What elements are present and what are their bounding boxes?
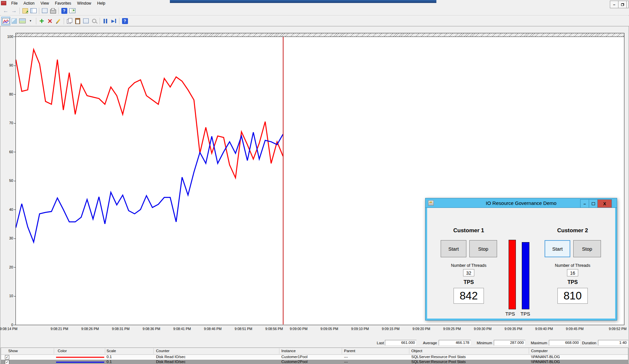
cell-counter: Disk Read IO/sec (156, 355, 185, 359)
show-checkbox[interactable]: ✓ (5, 355, 9, 359)
view-chart-icon[interactable] (2, 17, 10, 25)
cell-scale: 0.1 (107, 360, 112, 364)
print-icon[interactable] (49, 7, 57, 15)
menu-favorites[interactable]: Favorites (52, 0, 74, 6)
export-list-icon[interactable] (21, 7, 29, 15)
stat-value-last: 661.000 (385, 340, 417, 346)
demo-app-window[interactable]: IO Resource Governance Demo – X Customer… (425, 198, 617, 321)
x-tick-label: 9:08:51 PM (231, 327, 256, 331)
cell-instance: Customer2Pool (281, 360, 307, 364)
legend-col-parent[interactable]: Parent (344, 349, 355, 353)
y-tick-label: 50 (1, 179, 13, 182)
help-icon[interactable]: ? (121, 17, 129, 25)
tps-bar-customer2 (522, 242, 529, 309)
x-tick-label: 9:08:31 PM (109, 327, 133, 331)
menu-view[interactable]: View (38, 0, 52, 6)
threads-input-customer2[interactable]: 16 (567, 269, 578, 276)
y-tick-mark (14, 210, 16, 210)
cell-parent: --- (344, 355, 348, 359)
demo-minimize-icon[interactable]: – (581, 200, 589, 208)
stat-value-maximum: 668.000 (549, 340, 581, 346)
x-tick-label: 9:09:20 PM (409, 327, 433, 331)
freeze-display-icon[interactable] (101, 17, 110, 25)
menu-action[interactable]: Action (20, 0, 37, 6)
legend-col-instance[interactable]: Instance (281, 349, 296, 353)
legend-col-computer[interactable]: Computer (531, 349, 548, 353)
close-icon[interactable] (627, 1, 628, 8)
help-icon[interactable]: ? (60, 7, 68, 15)
x-tick-label: 9:08:21 PM (47, 327, 72, 331)
paste-counter-list-icon[interactable] (74, 17, 82, 25)
window-controls: – (610, 1, 629, 8)
cell-instance: Customer1Pool (281, 355, 307, 359)
back-icon[interactable]: ← (2, 7, 10, 15)
customer-panel-2: Customer 2StartStopNumber of Threads16TP… (536, 208, 609, 319)
menu-window[interactable]: Window (74, 0, 94, 6)
legend-col-color[interactable]: Color (58, 349, 67, 353)
menu-items: FileActionViewFavoritesWindowHelp (8, 0, 108, 6)
view-histogram-icon[interactable] (10, 17, 18, 25)
cell-computer: \\PANANT-BLOG (531, 360, 560, 364)
delete-counter-icon[interactable]: × (46, 17, 54, 25)
color-swatch (56, 362, 104, 363)
column-separator (342, 348, 342, 354)
x-tick-label: 9:08:56 PM (262, 327, 286, 331)
properties-dialog-icon[interactable] (82, 17, 90, 25)
perfmon-window: FileActionViewFavoritesWindowHelp – ←→? … (0, 0, 629, 364)
column-separator (279, 348, 279, 354)
toolbar-separator (119, 18, 119, 24)
legend-col-show[interactable]: Show (8, 349, 18, 353)
tps-label: TPS (432, 279, 505, 285)
start-button-customer1[interactable]: Start (441, 240, 466, 257)
update-data-icon[interactable]: ▶ (110, 17, 118, 25)
add-counter-icon[interactable]: + (38, 17, 46, 25)
highlight-icon[interactable] (54, 17, 62, 25)
legend-col-counter[interactable]: Counter (156, 349, 170, 353)
y-tick-label: 80 (1, 92, 13, 96)
bar-label-tps2: TPS (520, 311, 530, 317)
legend-row-Customer2Pool[interactable]: ✓0.1Disk Read IO/secCustomer2Pool---SQLS… (1, 360, 628, 364)
action-pane-icon[interactable] (68, 7, 77, 15)
legend-col-scale[interactable]: Scale (107, 349, 116, 353)
toolbar-separator (100, 18, 100, 24)
threads-input-customer1[interactable]: 32 (463, 269, 474, 276)
perfmon-app-icon (1, 1, 6, 5)
legend-col-object[interactable]: Object (411, 349, 422, 353)
view-report-icon[interactable] (18, 17, 26, 25)
copy-properties-icon[interactable] (65, 17, 74, 25)
console-tree-icon[interactable] (29, 7, 38, 15)
properties-dialog-icon[interactable] (41, 7, 49, 15)
x-tick-label: 9:09:35 PM (501, 327, 525, 331)
x-tick-label: 9:09:05 PM (317, 327, 341, 331)
show-checkbox[interactable]: ✓ (5, 360, 9, 364)
y-tick-label: 70 (1, 121, 13, 125)
y-tick-label: 100 (1, 35, 13, 39)
start-button-customer2[interactable]: Start (545, 240, 570, 257)
demo-maximize-icon[interactable] (589, 200, 598, 208)
x-tick-label: 9:09:00 PM (286, 327, 311, 331)
dropdown-caret-icon[interactable]: ▼ (26, 17, 35, 25)
column-separator (105, 348, 105, 354)
chart-top-hatch (16, 33, 624, 37)
menu-help[interactable]: Help (94, 0, 109, 6)
demo-close-icon[interactable]: X (598, 200, 612, 208)
minimize-icon[interactable]: – (610, 1, 618, 8)
cell-object: SQLServer:Resource Pool Stats (411, 355, 466, 359)
restore-icon[interactable] (618, 1, 627, 8)
column-separator (153, 348, 154, 354)
y-tick-label: 10 (1, 294, 13, 298)
stop-button-customer2[interactable]: Stop (573, 240, 601, 257)
graph-toolbar: ▼+×▶? (0, 16, 629, 26)
customer-heading: Customer 2 (536, 227, 609, 234)
stop-button-customer1[interactable]: Stop (469, 240, 497, 257)
y-tick-mark (14, 325, 16, 325)
legend-row-Customer1Pool[interactable]: ✓0.1Disk Read IO/secCustomer1Pool---SQLS… (1, 355, 628, 359)
zoom-icon[interactable] (90, 17, 98, 25)
cell-parent: --- (344, 360, 348, 364)
x-tick-label: 9:09:10 PM (348, 327, 372, 331)
menu-file[interactable]: File (8, 0, 20, 6)
bar-label-tps1: TPS (505, 311, 515, 317)
forward-icon[interactable]: → (10, 7, 18, 15)
toolbar-separator (64, 18, 64, 24)
toolbar-separator (58, 8, 59, 14)
